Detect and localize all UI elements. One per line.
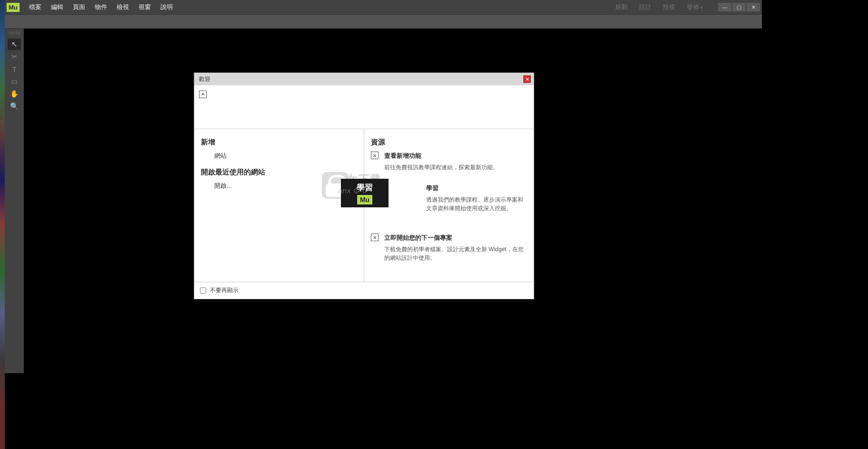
mode-design[interactable]: 設計 — [633, 3, 657, 11]
create-new-heading: 新增 — [201, 138, 357, 147]
rectangle-tool[interactable]: ▭ — [8, 76, 21, 87]
welcome-title: 歡迎 — [199, 75, 210, 83]
create-site-link[interactable]: 網站 — [201, 152, 357, 160]
dont-show-checkbox[interactable] — [200, 287, 206, 294]
resource-learn-title[interactable]: 學習 — [426, 184, 527, 193]
welcome-body: 新增 網站 開啟最近使用的網站 開啟... 資源 查看新增功能 前往免費視訊教學… — [194, 129, 534, 282]
close-button[interactable]: ✕ — [747, 3, 760, 11]
broken-image-icon — [371, 234, 379, 241]
welcome-dialog: 歡迎 ✕ 新增 網站 開啟最近使用的網站 開啟... 資源 查看新增功能 前往免… — [194, 73, 534, 299]
welcome-left-column: 新增 網站 開啟最近使用的網站 開啟... — [194, 129, 364, 282]
menu-window[interactable]: 視窗 — [134, 3, 156, 11]
resource-whats-new-desc: 前往免費視訊教學課程連結，探索最新功能。 — [384, 163, 527, 172]
toolbar: ↖ ✂ T ▭ ✋ 🔍 — [5, 29, 24, 373]
menu-help[interactable]: 說明 — [156, 3, 178, 11]
window-controls: — ▢ ✕ — [717, 3, 760, 11]
open-link[interactable]: 開啟... — [201, 182, 357, 190]
desktop-icons-strip — [0, 0, 5, 449]
maximize-button[interactable]: ▢ — [732, 3, 746, 11]
welcome-titlebar: 歡迎 ✕ — [194, 73, 534, 85]
hand-tool[interactable]: ✋ — [8, 88, 21, 100]
minimize-button[interactable]: — — [718, 3, 731, 11]
menubar: Mu 檔案 編輯 頁面 物件 檢視 視窗 說明 規劃 設計 預視 發佈 — ▢ … — [5, 0, 762, 14]
menubar-right: 規劃 設計 預視 發佈 — ▢ ✕ — [609, 3, 760, 11]
menu-file[interactable]: 檔案 — [24, 3, 46, 11]
text-tool[interactable]: T — [8, 63, 21, 75]
background-bottom — [0, 373, 868, 449]
zoom-tool[interactable]: 🔍 — [8, 101, 21, 112]
dont-show-label: 不要再顯示 — [210, 286, 239, 295]
toolbar-grip[interactable] — [9, 31, 20, 34]
menu-view[interactable]: 檢視 — [112, 3, 134, 11]
welcome-close-button[interactable]: ✕ — [523, 75, 531, 83]
menu-object[interactable]: 物件 — [90, 3, 112, 11]
mode-publish[interactable]: 發佈 — [681, 3, 708, 11]
broken-image-icon — [199, 91, 207, 98]
mode-preview[interactable]: 預視 — [657, 3, 681, 11]
welcome-footer: 不要再顯示 — [194, 282, 534, 299]
menu-page[interactable]: 頁面 — [68, 3, 90, 11]
resource-start-project-desc: 下載免費的初學者檔案、設計元素及全新 Widget，在您的網站設計中使用。 — [384, 245, 527, 262]
recent-heading: 開啟最近使用的網站 — [201, 168, 357, 177]
control-bar — [5, 14, 762, 29]
mode-plan[interactable]: 規劃 — [609, 3, 633, 11]
crop-tool[interactable]: ✂ — [8, 51, 21, 62]
resource-whats-new: 查看新增功能 前往免費視訊教學課程連結，探索最新功能。 — [371, 152, 527, 172]
resource-learn: 學習 透過我們的教學課程、逐步演示專案和文章資料庫開始使用或深入挖掘。 — [371, 184, 527, 221]
app-logo: Mu — [7, 3, 20, 12]
resource-start-project: 立即開始您的下一個專案 下載免費的初學者檔案、設計元素及全新 Widget，在您… — [371, 234, 527, 262]
resources-heading: 資源 — [371, 138, 527, 147]
selection-tool[interactable]: ↖ — [8, 39, 21, 50]
resource-start-project-title[interactable]: 立即開始您的下一個專案 — [384, 234, 527, 242]
welcome-header — [194, 85, 534, 129]
welcome-right-column: 資源 查看新增功能 前往免費視訊教學課程連結，探索最新功能。 學習 透過我們的教… — [364, 129, 534, 282]
menu-edit[interactable]: 編輯 — [46, 3, 68, 11]
broken-image-icon — [371, 152, 379, 159]
resource-whats-new-title[interactable]: 查看新增功能 — [384, 152, 527, 160]
resource-learn-desc: 透過我們的教學課程、逐步演示專案和文章資料庫開始使用或深入挖掘。 — [426, 195, 527, 213]
